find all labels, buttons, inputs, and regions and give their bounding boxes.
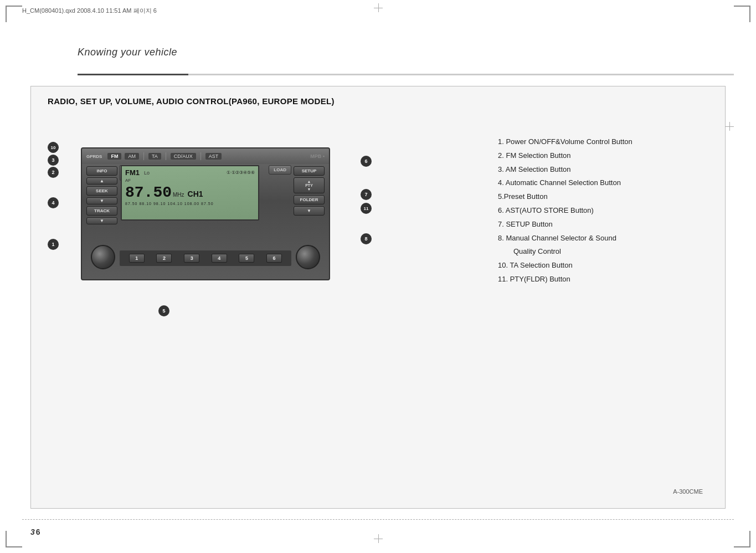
mode-am[interactable]: AM — [125, 153, 139, 160]
desc-item-11: 11. PTY(FLDR) Button — [498, 274, 708, 285]
page-number: 3 6 — [30, 528, 40, 536]
callout-4: 4 — [48, 197, 59, 208]
callout-11: 11 — [361, 203, 372, 214]
setup-button[interactable]: SETUP — [294, 166, 325, 176]
pty-button[interactable]: ▲PTY▼ — [294, 177, 325, 193]
page-code: A-300CME — [673, 488, 703, 495]
screen-unit: MHz — [173, 192, 184, 198]
callout-7: 7 — [361, 189, 372, 200]
left-knob[interactable] — [91, 245, 115, 269]
radio-unit: GPRDS FM AM TA CD/AUX AST MPB ▪ ▲ FM1 Lo… — [81, 147, 330, 280]
desc-item-6: 6. AST(AUTO STORE Button) — [498, 205, 708, 217]
corner-bl — [6, 531, 22, 547]
bottom-dashed-line — [22, 519, 734, 520]
callout-5: 5 — [158, 305, 169, 316]
info-button[interactable]: INFO — [86, 166, 117, 176]
load-button[interactable]: LOAD — [269, 165, 291, 175]
callout-3: 3 — [48, 155, 59, 166]
content-box: RADIO, SET UP, VOLUME, AUDIO CONTROL(PA9… — [30, 86, 726, 509]
mode-ta[interactable]: TA — [148, 153, 161, 160]
desc-item-10: 10. TA Selection Button — [498, 260, 708, 272]
box-title: RADIO, SET UP, VOLUME, AUDIO CONTROL(PA9… — [48, 96, 335, 106]
screen-mode: FM1 — [125, 168, 140, 177]
preset-2[interactable]: 2 — [156, 254, 172, 263]
right-knob[interactable] — [296, 245, 320, 269]
seek-button[interactable]: SEEK — [86, 186, 117, 196]
callout-6: 6 — [361, 156, 372, 167]
callout-10: 10 — [48, 142, 59, 153]
callout-2: 2 — [48, 167, 59, 178]
mode-sep3 — [200, 152, 201, 160]
callout-1: 1 — [48, 239, 59, 250]
crosshair-top — [374, 3, 383, 12]
folder-down-arrow[interactable]: ▼ — [294, 206, 325, 216]
screen-top-row: FM1 Lo ① ①②③④⑤⑥ — [125, 168, 255, 177]
folder-button[interactable]: FOLDER — [294, 195, 325, 204]
screen-channel: CH1 — [188, 190, 203, 198]
mpb-logo: MPB ▪ — [310, 153, 325, 159]
corner-br — [734, 531, 750, 547]
preset-3[interactable]: 3 — [184, 254, 199, 263]
mode-ast[interactable]: AST — [205, 153, 222, 160]
mode-sep1 — [143, 152, 144, 160]
preset-4[interactable]: 4 — [212, 254, 227, 263]
mode-fm[interactable]: FM — [107, 153, 121, 160]
description-list: 1. Power ON/OFF&Volume Control Button 2.… — [498, 136, 708, 288]
radio-screen: FM1 Lo ① ①②③④⑤⑥ AF 87.50 MHz CH1 87.50 8… — [121, 165, 259, 221]
mode-sep2 — [166, 152, 166, 160]
right-buttons: SETUP ▲PTY▼ FOLDER ▼ — [291, 164, 327, 218]
screen-freq-row: 87.50 MHz CH1 — [125, 185, 255, 201]
seek-up-arrow[interactable]: ▲ — [86, 177, 117, 185]
page-num-6: 6 — [36, 528, 40, 536]
screen-frequency: 87.50 — [125, 185, 172, 201]
screen-af: AF — [125, 178, 255, 183]
desc-item-3: 3. AM Selection Button — [498, 164, 708, 176]
screen-icons: ① ①②③④⑤⑥ — [227, 170, 255, 175]
radio-container: GPRDS FM AM TA CD/AUX AST MPB ▪ ▲ FM1 Lo… — [48, 131, 358, 319]
section-title: Knowing your vehicle — [78, 47, 177, 58]
radio-top-bar: GPRDS FM AM TA CD/AUX AST MPB ▪ — [82, 149, 329, 164]
crosshair-right — [725, 122, 734, 131]
desc-item-8b: Quality Control — [498, 246, 708, 258]
desc-item-7: 7. SETUP Button — [498, 219, 708, 231]
desc-item-2: 2. FM Selection Button — [498, 150, 708, 162]
corner-tl — [6, 6, 22, 22]
track-button[interactable]: TRACK — [86, 206, 117, 216]
screen-lo: Lo — [144, 170, 150, 176]
left-buttons: INFO ▲ SEEK ▼ TRACK ▼ — [84, 164, 120, 227]
preset-row: 1 2 3 4 5 6 — [120, 250, 291, 266]
preset-5[interactable]: 5 — [239, 254, 254, 263]
screen-presets: 87.50 88.10 98.10 104.10 108.00 87.50 — [125, 202, 255, 206]
seek-down-arrow[interactable]: ▼ — [86, 197, 117, 204]
section-underline — [78, 74, 734, 75]
crosshair-bottom — [374, 534, 383, 543]
desc-item-5: 5.Preset Button — [498, 191, 708, 203]
desc-item-8: 8. Manual Channel Selector & Sound — [498, 233, 708, 244]
mode-cdaux[interactable]: CD/AUX — [171, 153, 196, 160]
track-down-arrow[interactable]: ▼ — [86, 217, 117, 224]
page-num-3: 3 — [30, 528, 35, 536]
preset-1[interactable]: 1 — [129, 254, 145, 263]
desc-item-4: 4. Automatic Channel Selection Button — [498, 177, 708, 189]
file-info: H_CM(080401).qxd 2008.4.10 11:51 AM 페이지 … — [22, 7, 157, 15]
desc-item-1: 1. Power ON/OFF&Volume Control Button — [498, 136, 708, 148]
preset-6[interactable]: 6 — [266, 254, 282, 263]
radio-logo: GPRDS — [86, 154, 102, 159]
corner-tr — [734, 6, 750, 22]
callout-8: 8 — [361, 233, 372, 244]
